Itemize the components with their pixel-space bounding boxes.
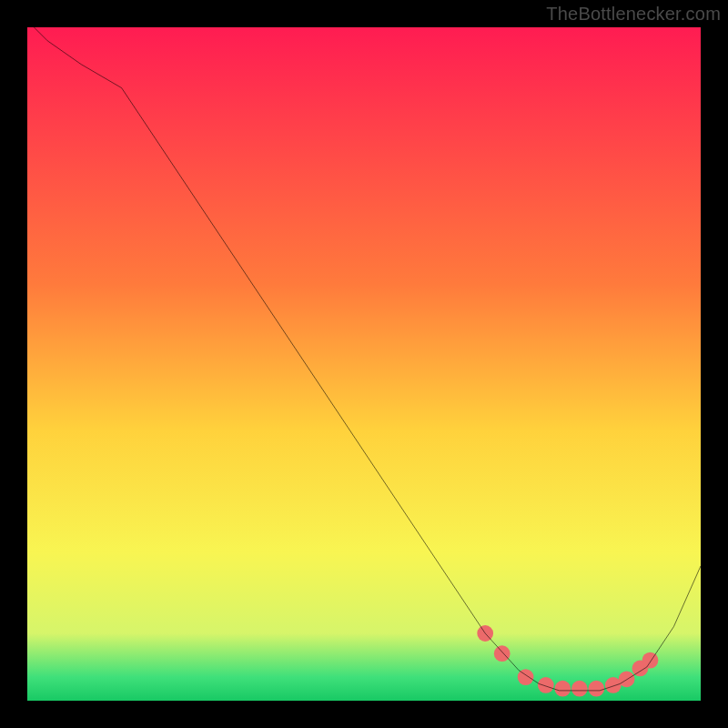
highlight-dot — [518, 669, 534, 685]
highlight-dot — [619, 671, 635, 687]
highlight-dot — [571, 681, 588, 697]
chart-canvas: TheBottlenecker.com — [0, 0, 728, 728]
highlight-dot — [494, 645, 511, 662]
plot-svg — [27, 27, 701, 701]
watermark-text: TheBottlenecker.com — [546, 4, 721, 25]
gradient-background — [27, 27, 701, 701]
highlight-dot — [642, 652, 659, 669]
highlight-dot — [554, 681, 571, 697]
highlight-dot — [538, 677, 554, 693]
plot-area — [27, 27, 701, 701]
highlight-dot — [588, 681, 604, 697]
